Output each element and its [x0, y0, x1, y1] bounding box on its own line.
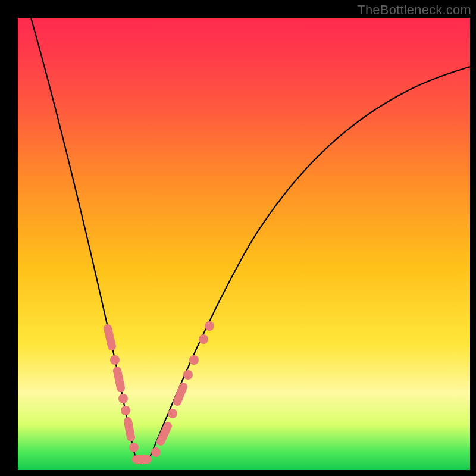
bead-dot	[151, 447, 161, 457]
bead-segment	[177, 387, 183, 402]
curve-layer	[18, 18, 470, 470]
chart-frame: TheBottleneck.com	[0, 0, 476, 476]
bead-dot	[199, 334, 208, 344]
bead-cluster-left	[108, 328, 139, 452]
bead-dot	[183, 370, 193, 380]
bead-cluster-bottom	[136, 447, 161, 459]
bottleneck-curve	[31, 18, 470, 464]
plot-area	[18, 18, 470, 470]
bead-dot	[121, 406, 130, 415]
bead-dot	[110, 355, 120, 365]
bead-dot	[205, 321, 214, 331]
bead-cluster-right	[161, 321, 214, 441]
bead-dot	[168, 409, 177, 418]
bead-segment	[117, 371, 121, 388]
bead-segment	[128, 421, 131, 437]
bead-segment	[108, 328, 112, 346]
bead-dot	[189, 355, 199, 365]
bead-dot	[118, 394, 128, 403]
bead-dot	[129, 443, 139, 452]
watermark-text: TheBottleneck.com	[357, 2, 471, 18]
